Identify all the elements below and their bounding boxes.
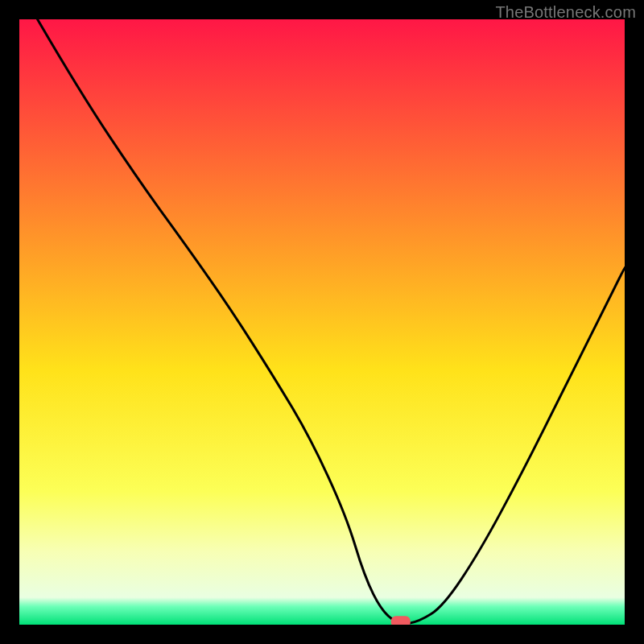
gradient-background — [19, 19, 625, 625]
optimal-marker — [391, 616, 411, 625]
chart-svg — [19, 19, 625, 625]
chart-container: TheBottleneck.com — [0, 0, 644, 644]
plot-area — [19, 19, 625, 625]
